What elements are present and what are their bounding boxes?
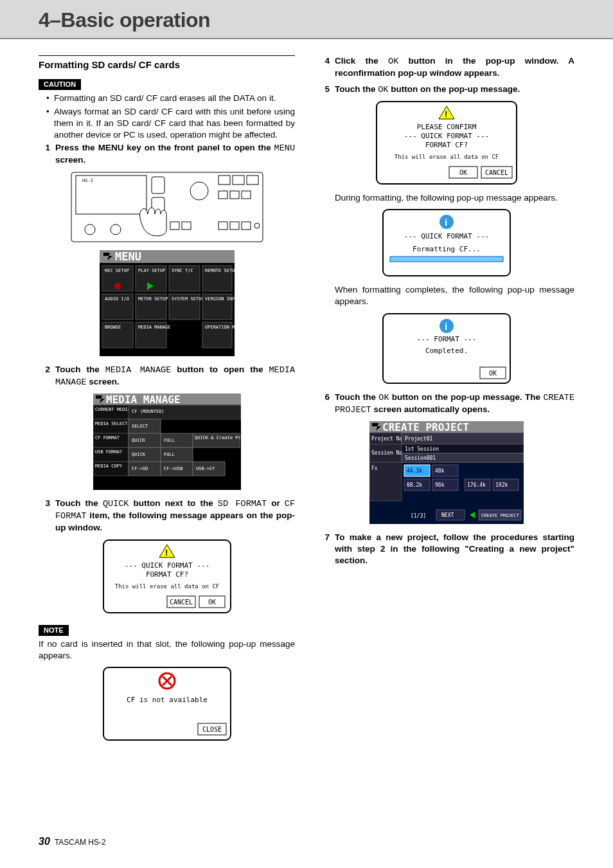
right-column: Click the OK button in the pop-up window… [318, 55, 574, 748]
svg-text:Project01: Project01 [405, 436, 433, 442]
svg-text:--- QUICK FORMAT ---: --- QUICK FORMAT --- [404, 132, 488, 140]
svg-text:--- FORMAT ---: --- FORMAT --- [416, 335, 476, 343]
svg-rect-14 [170, 222, 179, 230]
figure-popup-notavail: CF is not available CLOSE [39, 667, 295, 741]
svg-text:MENU: MENU [115, 250, 141, 263]
svg-text:i: i [445, 217, 447, 228]
svg-text:This will erase all data on CF: This will erase all data on CF [114, 583, 219, 590]
svg-text:OK: OK [208, 599, 215, 606]
svg-text:CREATE PROJECT: CREATE PROJECT [382, 421, 469, 433]
svg-text:CF is not available: CF is not available [127, 696, 208, 704]
caution-item: Always format an SD card/ CF card with t… [46, 106, 295, 141]
caution-tag: CAUTION [39, 79, 81, 90]
svg-point-7 [190, 182, 208, 200]
svg-text:USB->CF: USB->CF [196, 466, 215, 471]
svg-text:!: ! [165, 548, 168, 557]
step-4: Click the OK button in the pop-up window… [318, 55, 574, 79]
svg-text:i: i [445, 321, 447, 332]
svg-text:FULL: FULL [164, 452, 175, 457]
info-icon: i [440, 215, 454, 229]
svg-text:NEXT: NEXT [441, 512, 454, 518]
svg-text:176.4k: 176.4k [467, 482, 486, 488]
svg-text:OK: OK [488, 370, 496, 377]
svg-text:BROWSE: BROWSE [105, 325, 121, 330]
svg-text:44.1k: 44.1k [407, 468, 422, 474]
svg-point-3 [85, 224, 95, 235]
svg-text:CANCEL: CANCEL [484, 169, 508, 176]
svg-text:REC SETUP: REC SETUP [105, 268, 129, 273]
step-3: Touch the QUICK button next to the SD FO… [39, 498, 295, 534]
svg-text:96k: 96k [435, 482, 445, 488]
svg-text:SYSTEM SETUP: SYSTEM SETUP [172, 296, 204, 302]
figure-popup-formatting: i --- QUICK FORMAT --- Formatting CF... [318, 209, 574, 276]
svg-text:USB FORMAT: USB FORMAT [95, 449, 123, 455]
svg-rect-17 [230, 222, 239, 230]
step-7: To make a new project, follow the proced… [318, 532, 574, 567]
svg-text:OPERATION MODE: OPERATION MODE [205, 325, 235, 330]
svg-text:CF->SD: CF->SD [132, 466, 148, 471]
steps-list-left-2: Touch the MEDIA MANAGE button to open th… [39, 364, 295, 388]
figure-media-manage: MEDIA MANAGE CURRENT MEDIA CF (MOUNTED) … [39, 393, 295, 490]
svg-text:CURRENT MEDIA: CURRENT MEDIA [95, 407, 131, 412]
svg-text:PLAY SETUP: PLAY SETUP [138, 268, 165, 273]
svg-rect-18 [242, 222, 251, 230]
svg-text:CF FORMAT: CF FORMAT [95, 435, 120, 440]
note-text: If no card is inserted in that slot, the… [39, 638, 295, 662]
page-title: 4–Basic operation [39, 6, 600, 34]
figure-menu-screen: MENU REC SETUP PLAY SETUP SYNC T/C REMOT… [39, 250, 295, 356]
svg-text:CF (MOUNTED): CF (MOUNTED) [132, 409, 164, 414]
svg-text:FORMAT CF?: FORMAT CF? [425, 141, 467, 149]
svg-text:MEDIA MANAGE: MEDIA MANAGE [106, 393, 181, 406]
steps-list-right-3: To make a new project, follow the proced… [318, 532, 574, 567]
page-number: 30 [39, 836, 50, 847]
figure-popup-confirm: ! PLEASE CONFIRM --- QUICK FORMAT --- FO… [318, 101, 574, 185]
svg-text:Completed.: Completed. [425, 347, 467, 355]
svg-text:HS-2: HS-2 [82, 178, 93, 183]
note-tag: NOTE [39, 625, 69, 636]
svg-text:--- QUICK FORMAT ---: --- QUICK FORMAT --- [124, 561, 209, 570]
svg-text:[1/3]: [1/3] [410, 513, 425, 519]
svg-text:Formatting CF...: Formatting CF... [413, 245, 481, 253]
svg-text:This will erase all data on CF: This will erase all data on CF [394, 154, 499, 160]
svg-rect-16 [218, 222, 227, 230]
during-text: During formatting, the following pop-up … [318, 192, 574, 204]
svg-rect-9 [233, 176, 244, 185]
steps-list-left: Press the MENU key on the front panel to… [39, 142, 295, 166]
svg-text:METER SETUP: METER SETUP [138, 296, 168, 302]
svg-text:MEDIA COPY: MEDIA COPY [95, 464, 123, 469]
step-6: Touch the OK button on the pop-up messag… [318, 392, 574, 416]
svg-text:CANCEL: CANCEL [169, 599, 192, 606]
step-1: Press the MENU key on the front panel to… [39, 142, 295, 166]
svg-text:VERSION INFO: VERSION INFO [205, 296, 235, 302]
svg-rect-110 [390, 257, 503, 262]
svg-text:CF->USB: CF->USB [164, 466, 183, 471]
svg-text:CREATE PROJECT: CREATE PROJECT [481, 513, 520, 518]
svg-point-4 [111, 224, 121, 235]
info-icon: i [440, 319, 454, 333]
svg-rect-11 [218, 191, 227, 199]
svg-text:48k: 48k [435, 468, 445, 474]
svg-text:1st Session: 1st Session [405, 446, 439, 452]
figure-device-panel: HS-2 [39, 172, 295, 242]
svg-rect-13 [242, 191, 251, 199]
svg-text:FORMAT CF?: FORMAT CF? [145, 570, 188, 579]
svg-text:Session001: Session001 [405, 455, 436, 461]
step-5: Touch the OK button on the pop-up messag… [318, 84, 574, 96]
figure-popup-quickformat: ! --- QUICK FORMAT --- FORMAT CF? This w… [39, 539, 295, 613]
svg-text:--- QUICK FORMAT ---: --- QUICK FORMAT --- [404, 232, 488, 240]
figure-create-project: CREATE PROJECT Project Name Project01 Se… [318, 421, 574, 524]
footer-model: TASCAM HS-2 [55, 838, 106, 847]
svg-text:CLOSE: CLOSE [202, 726, 221, 733]
left-column: Formatting SD cards/ CF cards CAUTION Fo… [39, 55, 295, 748]
svg-rect-15 [182, 222, 191, 230]
svg-text:Fs: Fs [371, 466, 378, 471]
svg-text:!: ! [445, 109, 447, 119]
svg-text:MEDIA SELECT: MEDIA SELECT [95, 421, 128, 426]
svg-text:OK: OK [459, 169, 466, 176]
svg-text:QUICK: QUICK [132, 452, 146, 457]
complete-text: When formatting completes, the following… [318, 284, 574, 307]
svg-rect-12 [230, 191, 239, 199]
svg-rect-8 [218, 176, 230, 185]
svg-point-25 [114, 283, 121, 289]
svg-text:PLEASE CONFIRM: PLEASE CONFIRM [416, 123, 476, 131]
